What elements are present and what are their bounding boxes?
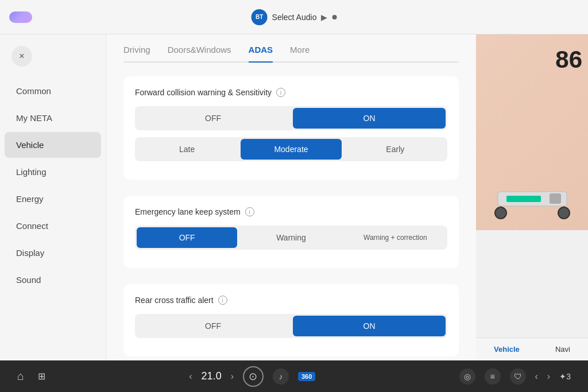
tab-more[interactable]: More [290, 45, 310, 61]
sensitivity-late-btn[interactable]: Late [137, 139, 237, 160]
steering-icon[interactable]: ⊙ [243, 366, 264, 387]
rear-cross-on-btn[interactable]: ON [293, 316, 446, 336]
taskbar-left: ⌂ ⊞ [17, 370, 45, 383]
audio-label[interactable]: Select Audio [272, 13, 317, 22]
layers-icon[interactable]: ≡ [485, 368, 501, 385]
logo-area [9, 11, 32, 23]
temp-increase-icon[interactable]: › [231, 371, 234, 382]
emergency-lane-options: OFF Warning Warning + correction [135, 226, 447, 250]
camera-icon[interactable]: ◎ [459, 368, 475, 385]
audio-area: BT Select Audio ▶ [252, 9, 337, 25]
car-chassis-icon [486, 172, 578, 223]
sensitivity-moderate-btn[interactable]: Moderate [241, 139, 341, 160]
tabs: Driving Doors&Windows ADAS More [123, 34, 459, 63]
sidebar-item-my-neta[interactable]: My NETA [5, 105, 101, 131]
media-icon[interactable]: ♪ [273, 368, 289, 385]
dot-indicator [332, 15, 336, 20]
temp-decrease-icon[interactable]: ‹ [189, 371, 192, 382]
sidebar-item-common[interactable]: Common [5, 78, 101, 104]
emergency-lane-title: Emergency lane keep system i [135, 207, 447, 216]
sidebar: × Common My NETA Vehicle Lighting Energy… [0, 34, 106, 360]
taskbar-right: ◎ ≡ 🛡 ‹ › ✦3 [459, 368, 571, 385]
main-layout: × Common My NETA Vehicle Lighting Energy… [0, 34, 588, 360]
nav-back-icon[interactable]: ‹ [535, 371, 538, 382]
svg-point-3 [495, 207, 506, 219]
forward-collision-section: Forward collision warning & Sensitivity … [123, 76, 459, 180]
temp-display: 21.0 [202, 370, 222, 382]
screen: BT Select Audio ▶ × Common My NETA Vehic… [0, 0, 588, 392]
svg-rect-6 [550, 193, 561, 204]
logo-icon [9, 11, 32, 23]
forward-collision-onoff: OFF ON [135, 106, 447, 130]
top-bar: BT Select Audio ▶ [0, 0, 588, 34]
forward-collision-on-btn[interactable]: ON [293, 108, 446, 129]
emergency-off-btn[interactable]: OFF [137, 227, 237, 248]
taskbar-count: ✦3 [559, 372, 571, 381]
nav-forward-icon[interactable]: › [547, 371, 550, 382]
home-icon[interactable]: ⌂ [17, 370, 24, 383]
rear-cross-onoff: OFF ON [135, 314, 447, 338]
right-panel-navi-tab[interactable]: Navi [555, 345, 570, 354]
rear-cross-info-icon[interactable]: i [218, 296, 227, 305]
sensitivity-early-btn[interactable]: Early [345, 139, 446, 160]
forward-collision-info-icon[interactable]: i [276, 88, 285, 97]
content-area: Driving Doors&Windows ADAS More Forward … [106, 34, 476, 360]
taskbar: ⌂ ⊞ ‹ 21.0 › ⊙ ♪ 360 ◎ ≡ 🛡 ‹ › ✦3 [0, 360, 588, 392]
rear-cross-off-btn[interactable]: OFF [137, 316, 289, 336]
badge-360[interactable]: 360 [298, 372, 315, 381]
right-panel-vehicle-tab[interactable]: Vehicle [494, 345, 520, 354]
rear-cross-title: Rear cross traffic alert i [135, 296, 447, 305]
shield-icon[interactable]: 🛡 [510, 368, 526, 385]
right-panel-nav: Vehicle Navi [476, 337, 588, 360]
svg-point-5 [558, 207, 570, 219]
sidebar-item-energy[interactable]: Energy [5, 186, 101, 212]
forward-collision-title: Forward collision warning & Sensitivity … [135, 88, 447, 97]
tab-driving[interactable]: Driving [123, 45, 150, 61]
emergency-warning-correction-btn[interactable]: Warning + correction [345, 227, 446, 248]
tab-adas[interactable]: ADAS [249, 45, 273, 61]
forward-collision-sensitivity: Late Moderate Early [135, 137, 447, 161]
close-button[interactable]: × [11, 46, 32, 67]
svg-rect-1 [506, 196, 541, 202]
tab-doors-windows[interactable]: Doors&Windows [168, 45, 231, 61]
apps-icon[interactable]: ⊞ [38, 371, 45, 382]
play-icon[interactable]: ▶ [321, 13, 327, 22]
right-panel: 86 Vehicle [476, 34, 588, 360]
forward-collision-off-btn[interactable]: OFF [137, 108, 289, 129]
bt-badge[interactable]: BT [252, 9, 268, 25]
speed-display: 86 [555, 46, 582, 73]
car-image-area: 86 Vehicle [476, 34, 588, 360]
emergency-warning-btn[interactable]: Warning [241, 227, 341, 248]
sidebar-item-connect[interactable]: Connect [5, 213, 101, 239]
sidebar-item-lighting[interactable]: Lighting [5, 159, 101, 185]
emergency-lane-info-icon[interactable]: i [245, 207, 254, 216]
sidebar-item-vehicle[interactable]: Vehicle [5, 132, 101, 158]
sidebar-item-display[interactable]: Display [5, 240, 101, 266]
rear-cross-section: Rear cross traffic alert i OFF ON [123, 284, 459, 356]
taskbar-center: ‹ 21.0 › ⊙ ♪ 360 [189, 366, 315, 387]
emergency-lane-section: Emergency lane keep system i OFF Warning… [123, 196, 459, 268]
sidebar-item-sound[interactable]: Sound [5, 267, 101, 293]
